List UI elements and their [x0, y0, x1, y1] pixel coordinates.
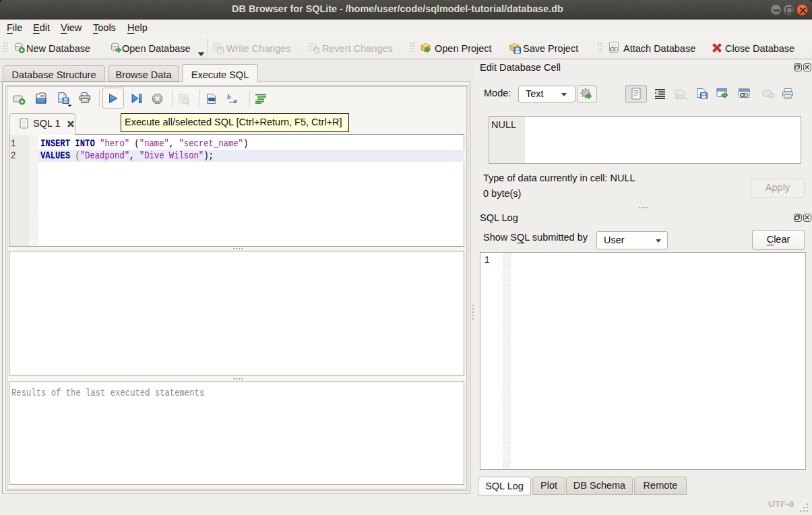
svg-text:b: b	[227, 93, 231, 100]
svg-text:a: a	[233, 96, 237, 104]
